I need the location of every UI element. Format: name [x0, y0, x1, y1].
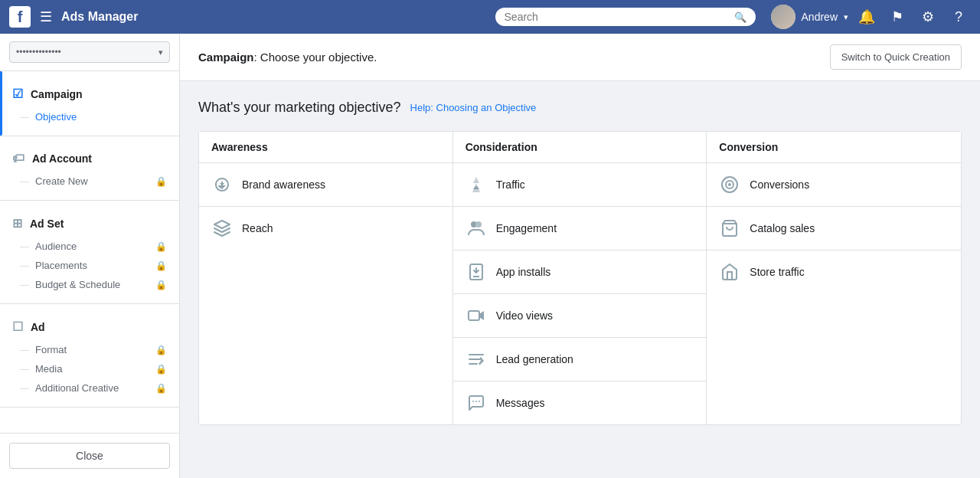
flag-icon[interactable]: ⚑: [885, 5, 910, 29]
ad-set-section-header: ⊞ Ad Set: [0, 210, 179, 237]
awareness-column: Awareness Brand awareness Reach: [199, 132, 453, 424]
messages-label: Messages: [496, 397, 545, 409]
sidebar-section-ad: ☐ Ad Format 🔒 Media 🔒 Additional Creativ…: [0, 304, 179, 408]
ad-account-section-header: 🏷 Ad Account: [0, 146, 179, 172]
sidebar-item-media[interactable]: Media 🔒: [0, 359, 179, 378]
help-link[interactable]: Help: Choosing an Objective: [410, 102, 537, 113]
placements-lock-icon: 🔒: [155, 260, 167, 271]
reach-label: Reach: [242, 222, 273, 234]
topnav-right: Andrew ▾ 🔔 ⚑ ⚙ ?: [771, 5, 971, 29]
engagement-label: Engagement: [496, 222, 557, 234]
conversion-column: Conversion Conversions Catalog sales: [707, 132, 961, 424]
campaign-label: Campaign: [31, 88, 83, 100]
brand-awareness-label: Brand awareness: [242, 178, 325, 191]
settings-icon[interactable]: ⚙: [916, 5, 940, 29]
lead-generation-icon: [466, 349, 487, 370]
sidebar-close-section: Close: [0, 433, 179, 478]
sidebar-section-ad-set: ⊞ Ad Set Audience 🔒 Placements 🔒 Budget …: [0, 201, 179, 304]
traffic-label: Traffic: [496, 178, 525, 191]
obj-item-brand-awareness[interactable]: Brand awareness: [199, 163, 452, 207]
campaign-title-rest: : Choose your objective.: [254, 51, 377, 64]
traffic-icon: [466, 174, 487, 195]
search-bar[interactable]: 🔍: [495, 8, 756, 26]
video-views-label: Video views: [496, 309, 553, 322]
close-button[interactable]: Close: [9, 443, 170, 469]
obj-item-messages[interactable]: Messages: [453, 381, 707, 424]
format-lock-icon: 🔒: [155, 345, 167, 355]
media-label: Media: [35, 363, 62, 375]
ad-set-label: Ad Set: [30, 218, 64, 230]
sidebar-section-campaign: ☑ Campaign Objective: [0, 71, 179, 136]
obj-item-store-traffic[interactable]: Store traffic: [707, 250, 961, 293]
store-traffic-label: Store traffic: [750, 266, 804, 278]
sidebar-item-placements[interactable]: Placements 🔒: [0, 256, 179, 275]
app-installs-label: App installs: [496, 266, 551, 278]
hamburger-icon[interactable]: ☰: [40, 8, 52, 25]
conversions-label: Conversions: [750, 178, 809, 191]
create-new-label: Create New: [35, 175, 88, 187]
additional-creative-lock-icon: 🔒: [155, 383, 167, 394]
obj-item-catalog-sales[interactable]: Catalog sales: [707, 207, 961, 250]
obj-item-traffic[interactable]: Traffic: [453, 163, 707, 207]
budget-schedule-label: Budget & Schedule: [35, 279, 120, 290]
placements-label: Placements: [35, 260, 87, 271]
account-selector-inner[interactable]: •••••••••••••• ▾: [9, 41, 170, 63]
format-label: Format: [35, 344, 67, 355]
obj-item-conversions[interactable]: Conversions: [707, 163, 961, 207]
ad-label: Ad: [31, 321, 45, 333]
account-selector[interactable]: •••••••••••••• ▾: [0, 34, 179, 71]
sidebar-item-create-new[interactable]: Create New 🔒: [0, 172, 179, 191]
ad-section-header: ☐ Ad: [0, 313, 179, 340]
svg-rect-4: [469, 311, 479, 320]
sidebar-item-audience[interactable]: Audience 🔒: [0, 237, 179, 256]
main-content: Campaign: Choose your objective. Switch …: [180, 34, 980, 478]
store-traffic-icon: [719, 261, 740, 283]
avatar[interactable]: [771, 5, 795, 29]
conversion-header: Conversion: [707, 132, 961, 163]
reach-icon: [211, 218, 233, 239]
search-icon: 🔍: [734, 11, 746, 23]
account-selector-chevron-icon: ▾: [158, 47, 163, 57]
help-icon[interactable]: ?: [946, 5, 971, 29]
campaign-check-icon: ☑: [12, 87, 23, 101]
ad-icon: ☐: [12, 319, 23, 334]
svg-point-7: [479, 401, 480, 402]
sidebar-item-format[interactable]: Format 🔒: [0, 340, 179, 359]
lead-generation-label: Lead generation: [496, 353, 573, 365]
svg-point-10: [728, 183, 731, 186]
search-input[interactable]: [505, 11, 728, 23]
budget-lock-icon: 🔒: [155, 280, 167, 290]
objective-header: What's your marketing objective? Help: C…: [198, 100, 962, 116]
consideration-header: Consideration: [453, 132, 707, 163]
messages-icon: [466, 392, 487, 414]
campaign-title-bold: Campaign: [198, 51, 254, 64]
obj-item-app-installs[interactable]: App installs: [453, 250, 707, 294]
obj-item-video-views[interactable]: Video views: [453, 294, 707, 338]
svg-point-6: [475, 401, 477, 402]
user-name: Andrew: [802, 11, 838, 23]
sidebar-item-objective[interactable]: Objective: [0, 107, 179, 126]
app-title: Ads Manager: [61, 10, 138, 24]
objective-grid: Awareness Brand awareness Reach: [198, 131, 962, 425]
facebook-logo[interactable]: f: [9, 6, 31, 28]
sidebar: •••••••••••••• ▾ ☑ Campaign Objective 🏷 …: [0, 34, 180, 478]
svg-point-1: [475, 221, 482, 228]
obj-item-reach[interactable]: Reach: [199, 207, 452, 250]
bell-icon[interactable]: 🔔: [854, 5, 879, 29]
sidebar-item-additional-creative[interactable]: Additional Creative 🔒: [0, 378, 179, 398]
catalog-sales-icon: [719, 218, 740, 239]
obj-item-engagement[interactable]: Engagement: [453, 207, 707, 250]
switch-to-quick-creation-button[interactable]: Switch to Quick Creation: [830, 44, 962, 70]
media-lock-icon: 🔒: [155, 364, 167, 375]
conversions-icon: [719, 174, 740, 195]
sidebar-section-ad-account: 🏷 Ad Account Create New 🔒: [0, 136, 179, 201]
ad-account-label: Ad Account: [32, 152, 92, 165]
user-chevron-icon[interactable]: ▾: [844, 12, 848, 22]
ad-set-icon: ⊞: [12, 216, 22, 231]
campaign-section-header: ☑ Campaign: [0, 80, 179, 107]
video-views-icon: [466, 305, 487, 326]
consideration-column: Consideration Traffic Engagement: [453, 132, 707, 424]
account-selector-text: ••••••••••••••: [16, 47, 154, 57]
sidebar-item-budget-schedule[interactable]: Budget & Schedule 🔒: [0, 275, 179, 294]
obj-item-lead-generation[interactable]: Lead generation: [453, 338, 707, 381]
